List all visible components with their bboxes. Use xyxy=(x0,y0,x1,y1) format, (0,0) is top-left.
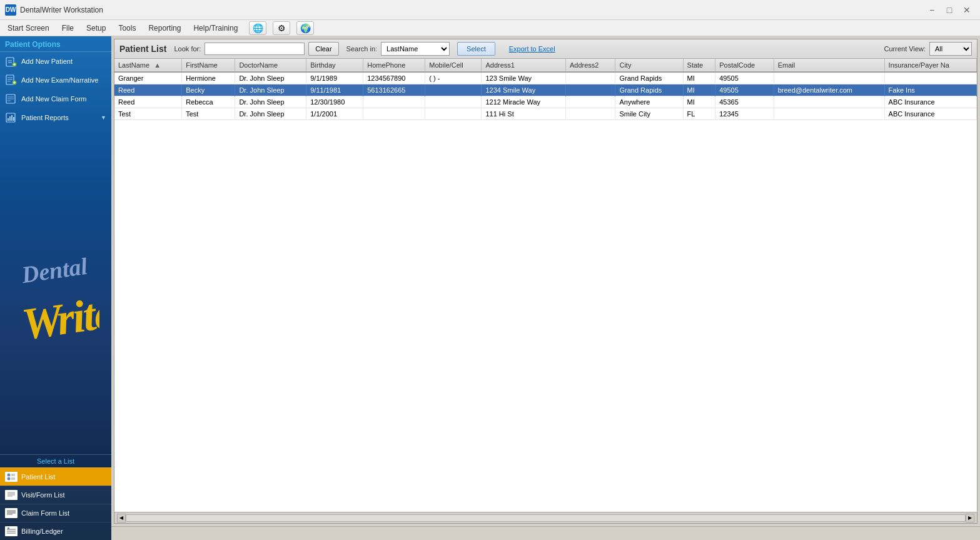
menu-setup[interactable]: Setup xyxy=(81,23,111,34)
scroll-right-button[interactable]: ▶ xyxy=(966,514,974,522)
col-mobilecell[interactable]: Mobile/Cell xyxy=(425,59,482,72)
menu-help-training[interactable]: Help/Training xyxy=(188,23,243,34)
table-cell xyxy=(363,96,425,108)
panel-header: Patient List Look for: Clear Search in: … xyxy=(114,39,977,59)
menu-file[interactable]: File xyxy=(57,23,79,34)
table-cell xyxy=(425,108,482,120)
table-cell: 123 Smile Way xyxy=(482,72,566,84)
table-cell: Dr. John Sleep xyxy=(235,96,306,108)
col-insurance[interactable]: Insurance/Payer Na xyxy=(884,59,976,72)
sidebar-add-exam[interactable]: Add New Exam/Narrative xyxy=(0,71,111,89)
table-cell: Reed xyxy=(114,96,182,108)
table-cell: breed@dentalwriter.com xyxy=(774,84,884,96)
add-claim-icon xyxy=(5,93,18,105)
table-cell: ( ) - xyxy=(425,72,482,84)
add-claim-label: Add New Claim Form xyxy=(21,95,87,103)
menu-start-screen[interactable]: Start Screen xyxy=(3,23,54,34)
patient-panel: Patient List Look for: Clear Search in: … xyxy=(114,39,977,524)
icon-btn-1[interactable]: 🌐 xyxy=(249,21,266,35)
patient-options-header: Patient Options xyxy=(0,36,111,52)
table-cell: 49505 xyxy=(715,84,774,96)
search-section: Look for: Clear xyxy=(174,42,338,56)
nav-billing-ledger[interactable]: Billing/Ledger xyxy=(0,522,111,540)
table-cell: 1/1/2001 xyxy=(306,108,363,120)
claim-form-nav-label: Claim Form List xyxy=(21,509,69,517)
table-cell: Test xyxy=(114,108,182,120)
export-to-excel-link[interactable]: Export to Excel xyxy=(509,45,555,53)
scroll-left-button[interactable]: ◀ xyxy=(117,514,126,522)
sidebar-patient-reports[interactable]: Patient Reports ▼ xyxy=(0,108,111,127)
table-cell: Reed xyxy=(114,84,182,96)
titlebar: DW DentalWriter Workstation − □ ✕ xyxy=(0,0,980,20)
table-cell: ABC Insurance xyxy=(884,108,976,120)
table-cell: Becky xyxy=(182,84,235,96)
col-city[interactable]: City xyxy=(615,59,683,72)
icon-btn-2[interactable]: ⚙ xyxy=(273,21,290,35)
sidebar-add-claim[interactable]: Add New Claim Form xyxy=(0,89,111,108)
table-cell: Rebecca xyxy=(182,96,235,108)
table-cell: 45365 xyxy=(715,96,774,108)
patient-table: LastName ▲ FirstName DoctorName Birthday… xyxy=(114,59,977,120)
current-view-select[interactable]: All Active Inactive xyxy=(929,42,972,56)
table-cell xyxy=(884,72,976,84)
table-cell: 1234 Smile Way xyxy=(482,84,566,96)
table-cell: MI xyxy=(683,96,715,108)
sidebar-add-patient[interactable]: Add New Patient xyxy=(0,52,111,71)
col-address2[interactable]: Address2 xyxy=(565,59,615,72)
svg-text:Dental: Dental xyxy=(19,252,89,287)
horizontal-scrollbar[interactable] xyxy=(126,514,966,522)
logo-container: Dental Writer xyxy=(12,197,99,385)
content-area: Patient List Look for: Clear Search in: … xyxy=(111,36,980,540)
logo-area: Dental Writer xyxy=(0,127,111,454)
nav-claim-form-list[interactable]: Claim Form List xyxy=(0,504,111,522)
clear-button[interactable]: Clear xyxy=(308,42,338,56)
table-cell xyxy=(774,96,884,108)
patient-table-container: LastName ▲ FirstName DoctorName Birthday… xyxy=(114,59,977,512)
globe-icon-2: 🌍 xyxy=(300,23,311,33)
col-birthday[interactable]: Birthday xyxy=(306,59,363,72)
table-cell: 1234567890 xyxy=(363,72,425,84)
select-button[interactable]: Select xyxy=(457,42,495,56)
col-doctorname[interactable]: DoctorName xyxy=(235,59,306,72)
close-button[interactable]: ✕ xyxy=(959,4,975,16)
table-cell: Fake Ins xyxy=(884,84,976,96)
col-address1[interactable]: Address1 xyxy=(482,59,566,72)
table-row[interactable]: ReedRebeccaDr. John Sleep12/30/19801212 … xyxy=(114,96,977,108)
table-cell: Hermione xyxy=(182,72,235,84)
main-layout: Patient Options Add New Patient Add New … xyxy=(0,36,980,540)
table-cell xyxy=(565,72,615,84)
table-cell: Grand Rapids xyxy=(615,72,683,84)
nav-visit-form-list[interactable]: Visit/Form List xyxy=(0,486,111,504)
minimize-button[interactable]: − xyxy=(924,4,940,16)
svg-text:Writer: Writer xyxy=(19,285,99,349)
col-homephone[interactable]: HomePhone xyxy=(363,59,425,72)
table-cell: Anywhere xyxy=(615,96,683,108)
col-email[interactable]: Email xyxy=(774,59,884,72)
menu-reporting[interactable]: Reporting xyxy=(143,23,186,34)
table-cell: ABC Insurance xyxy=(884,96,976,108)
table-cell xyxy=(565,108,615,120)
col-firstname[interactable]: FirstName xyxy=(182,59,235,72)
col-postalcode[interactable]: PostalCode xyxy=(715,59,774,72)
menu-tools[interactable]: Tools xyxy=(113,23,141,34)
col-state[interactable]: State xyxy=(683,59,715,72)
table-cell: 111 Hi St xyxy=(482,108,566,120)
search-in-label: Search in: xyxy=(346,45,378,53)
table-cell xyxy=(425,96,482,108)
table-cell: Dr. John Sleep xyxy=(235,108,306,120)
billing-ledger-icon xyxy=(5,526,18,536)
table-row[interactable]: GrangerHermioneDr. John Sleep9/1/1989123… xyxy=(114,72,977,84)
menubar: Start Screen File Setup Tools Reporting … xyxy=(0,20,980,36)
col-lastname[interactable]: LastName ▲ xyxy=(114,59,182,72)
table-row[interactable]: ReedBeckyDr. John Sleep9/11/198156131626… xyxy=(114,84,977,96)
search-input[interactable] xyxy=(205,43,305,55)
patient-list-nav-label: Patient List xyxy=(21,473,55,481)
nav-patient-list[interactable]: Patient List xyxy=(0,467,111,486)
maximize-button[interactable]: □ xyxy=(941,4,957,16)
search-in-select[interactable]: LastName FirstName DoctorName Birthday H… xyxy=(381,42,450,56)
table-row[interactable]: TestTestDr. John Sleep1/1/2001111 Hi StS… xyxy=(114,108,977,120)
look-for-label: Look for: xyxy=(174,45,201,53)
patient-reports-label: Patient Reports xyxy=(21,114,69,121)
icon-btn-3[interactable]: 🌍 xyxy=(296,21,314,35)
table-cell: MI xyxy=(683,72,715,84)
